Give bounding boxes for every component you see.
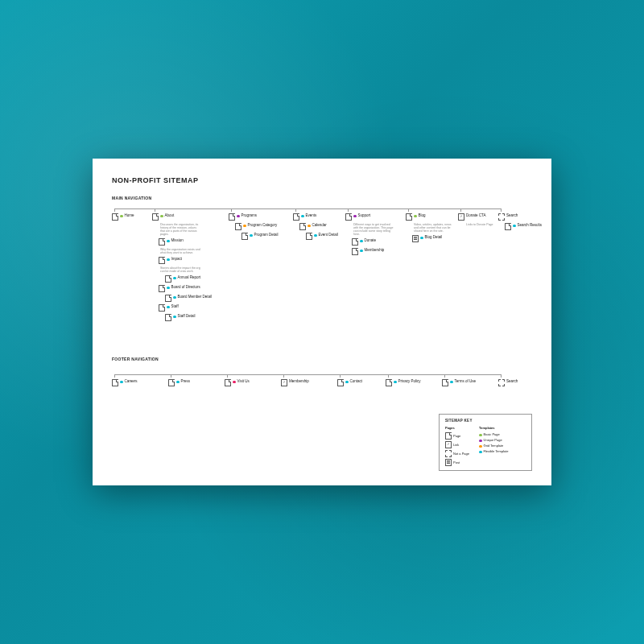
sitemap-column: BlogVideo, articles, updates, news and o…	[406, 213, 454, 245]
key-title: SITEMAP KEY	[445, 419, 526, 423]
node-label: Membership	[289, 379, 309, 384]
sitemap-node: Program Detail	[242, 233, 279, 240]
key-pages-header: Pages	[445, 426, 469, 430]
footer-connector-line	[114, 374, 501, 375]
sitemap-node: Membership	[352, 248, 394, 255]
connector-tick	[171, 374, 171, 378]
footer-column: Privacy Policy	[386, 379, 421, 389]
footer-node: Privacy Policy	[386, 379, 421, 386]
post-icon	[412, 235, 419, 242]
sitemap-column: SupportDifferent ways to get involved wi…	[345, 213, 394, 258]
footer-column: Visit Us	[225, 379, 250, 389]
node-label: Events	[306, 213, 317, 218]
node-label: Press	[181, 379, 191, 384]
template-dot	[173, 277, 176, 280]
sitemap-node: Impact	[159, 257, 212, 264]
notpage-icon	[498, 213, 505, 221]
footer-node: Contact	[337, 379, 362, 386]
node-label: Contact	[350, 379, 363, 384]
node-label: Staff Detail	[178, 314, 196, 319]
page-icon	[352, 238, 358, 246]
page-icon	[235, 223, 242, 230]
page-icon	[386, 379, 392, 386]
sitemap-document: NON-PROFIT SITEMAP MAIN NAVIGATION HomeA…	[93, 159, 551, 485]
key-row: Basic Page	[479, 432, 509, 436]
node-label: Visit Us	[237, 379, 250, 384]
template-dot	[160, 215, 163, 218]
sitemap-node: Program Category	[235, 223, 279, 230]
footer-node: Visit Us	[225, 379, 250, 386]
footer-column: Terms of Use	[442, 379, 476, 389]
notpage-icon	[498, 379, 505, 386]
connector-tick	[501, 208, 502, 212]
key-row: Grid Template	[479, 444, 509, 448]
link-icon	[445, 441, 452, 448]
connector-tick	[283, 374, 284, 378]
node-label: Staff	[171, 304, 179, 309]
page-icon	[345, 213, 352, 221]
template-dot	[176, 381, 180, 384]
footer-node: Membership	[281, 379, 309, 386]
connector-tick	[227, 374, 228, 378]
page-icon	[159, 304, 165, 312]
node-label: Search Results	[518, 223, 543, 228]
sitemap-node: Board Member Detail	[165, 295, 212, 302]
template-dot	[173, 296, 176, 299]
page-icon	[165, 295, 171, 302]
page-icon	[165, 275, 171, 283]
sitemap-column: AboutDiscusses the organization, its his…	[152, 213, 212, 324]
document-title: NON-PROFIT SITEMAP	[112, 176, 532, 184]
template-dot	[120, 215, 123, 218]
template-dot	[308, 225, 311, 228]
template-dot	[353, 215, 357, 218]
page-icon	[352, 248, 358, 255]
node-description: Video, articles, updates, news and other…	[414, 223, 454, 233]
node-label: Search	[506, 379, 518, 384]
sitemap-node: Staff Detail	[165, 314, 212, 321]
template-dot	[233, 381, 236, 384]
page-icon	[152, 213, 159, 221]
link-icon	[458, 213, 464, 221]
link-icon	[281, 379, 287, 386]
node-label: Membership	[365, 248, 385, 253]
footer-nav-heading: FOOTER NAVIGATION	[112, 357, 532, 361]
key-label: Link	[453, 443, 459, 447]
connector-tick	[295, 208, 296, 212]
page-icon	[306, 233, 312, 240]
sitemap-node: Donate	[352, 238, 394, 246]
key-label: Basic Page	[484, 432, 500, 436]
key-label: Grid Template	[484, 444, 504, 448]
footer-column: Press	[168, 379, 190, 389]
main-nav-diagram: HomeAboutDiscusses the organization, its…	[112, 204, 532, 357]
sitemap-node: Home	[112, 213, 134, 221]
template-dot	[394, 381, 397, 384]
template-dot	[301, 215, 304, 218]
footer-node: Careers	[112, 379, 138, 386]
key-templates-header: Templates	[479, 426, 509, 430]
template-dot	[250, 234, 253, 237]
sitemap-node: Support	[345, 213, 394, 221]
page-icon	[442, 379, 448, 386]
sitemap-node: Calendar	[299, 223, 338, 230]
node-label: Donate CTA	[466, 213, 485, 218]
page-icon	[229, 213, 235, 221]
node-description: Why the organization exists and what the…	[160, 248, 200, 254]
node-label: Mission	[171, 238, 184, 243]
page-icon	[445, 432, 452, 440]
page-icon	[299, 223, 306, 230]
node-label: Calendar	[312, 223, 327, 228]
template-dot	[243, 225, 246, 228]
sitemap-node: Event Detail	[306, 233, 338, 240]
node-label: Board of Directors	[171, 285, 200, 290]
template-dot	[167, 306, 170, 309]
connector-tick	[408, 208, 409, 212]
key-label: Page	[453, 434, 460, 438]
footer-node: Terms of Use	[442, 379, 476, 386]
template-dot	[414, 215, 417, 218]
node-label: Privacy Policy	[398, 379, 421, 384]
node-label: Terms of Use	[455, 379, 477, 384]
key-pages-column: Pages PageLinkNot a PagePost	[445, 426, 469, 466]
sitemap-column: SearchSearch Results	[498, 213, 542, 233]
footer-column: Careers	[112, 379, 138, 389]
page-icon	[168, 379, 175, 386]
